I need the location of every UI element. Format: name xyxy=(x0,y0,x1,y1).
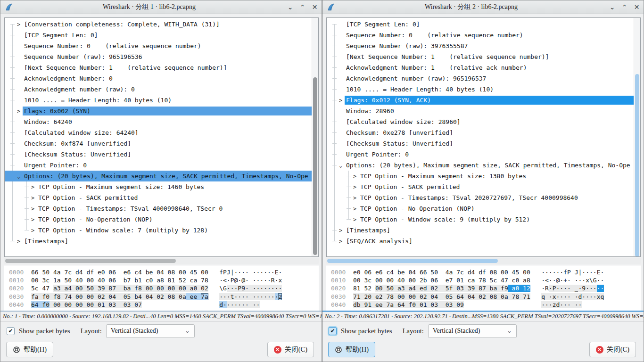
ascii-char[interactable]: · xyxy=(563,293,567,300)
ascii-char[interactable] xyxy=(571,293,575,300)
ascii-char[interactable]: · xyxy=(260,269,264,276)
ascii-char[interactable]: 9 xyxy=(582,285,586,292)
ascii-char[interactable]: P xyxy=(238,285,241,292)
expander-collapsed-icon[interactable]: > xyxy=(29,195,37,201)
hex-byte[interactable]: b1 xyxy=(134,277,142,284)
hex-byte[interactable]: 08 xyxy=(168,293,175,300)
ascii-char[interactable]: · xyxy=(549,285,553,292)
ascii-char[interactable]: · xyxy=(238,293,241,300)
hex-byte[interactable]: 04 xyxy=(157,269,164,276)
hex-byte[interactable]: 00 xyxy=(523,269,530,276)
tree-row[interactable]: Acknowledgment Number: 0 xyxy=(5,73,312,84)
hex-byte[interactable]: 45 xyxy=(512,269,520,276)
tree-row[interactable]: Checksum: 0xe278 [unverified] xyxy=(327,127,634,138)
expander-collapsed-icon[interactable]: > xyxy=(337,238,345,245)
hex-row[interactable]: 0030 fa f0 f8 74 00 00 02 04 05 b4 04 02… xyxy=(9,293,319,301)
ascii-char[interactable]: · xyxy=(560,277,563,284)
hex-byte[interactable]: a3 xyxy=(53,285,61,292)
hex-byte[interactable]: df xyxy=(86,269,94,276)
hex-byte[interactable]: 5c xyxy=(490,277,497,284)
ascii-char[interactable]: · xyxy=(560,269,563,276)
hex-byte[interactable]: 00 xyxy=(64,301,72,308)
tree-row[interactable]: Sequence Number: 0 (relative sequence nu… xyxy=(5,41,312,51)
ascii-char[interactable]: · xyxy=(241,293,245,300)
ascii-char[interactable]: · xyxy=(563,301,567,308)
scrollbar-thumb[interactable] xyxy=(5,259,176,263)
minimize-icon[interactable]: ⌄ xyxy=(608,0,616,14)
hex-byte[interactable]: ca xyxy=(468,277,475,284)
hex-byte[interactable]: ba xyxy=(490,285,497,292)
tree-row[interactable]: Sequence Number (raw): 965196536 xyxy=(5,51,312,62)
hex-byte[interactable]: f8 xyxy=(53,293,61,300)
ascii-char[interactable]: · xyxy=(582,269,586,276)
tree-row[interactable]: >TCP Option - Window scale: 9 (multiply … xyxy=(327,214,634,225)
tree-row[interactable]: [TCP Segment Len: 0] xyxy=(5,30,312,41)
hex-byte[interactable]: 7a xyxy=(201,293,208,300)
ascii-char[interactable] xyxy=(571,269,575,276)
hex-byte[interactable]: 04 xyxy=(408,269,416,276)
hex-byte[interactable]: 1a xyxy=(53,277,61,284)
hex-byte[interactable]: 02 xyxy=(420,293,427,300)
ascii-char[interactable]: · xyxy=(245,277,249,284)
ascii-char[interactable]: · xyxy=(260,277,264,284)
hex-row[interactable]: 0040 64 f0 00 00 00 00 01 03 03 07 d····… xyxy=(9,301,319,309)
hex-byte[interactable]: 00 xyxy=(397,293,405,300)
ascii-char[interactable]: · xyxy=(549,277,553,284)
ascii-char[interactable]: x xyxy=(278,277,282,284)
hex-byte[interactable]: c0 xyxy=(512,277,520,284)
hex-byte[interactable]: a4 xyxy=(408,285,416,292)
hex-byte[interactable]: 06 xyxy=(108,277,116,284)
hex-byte[interactable]: 00 xyxy=(179,285,186,292)
tree-row[interactable]: [Calculated window size: 64240] xyxy=(5,127,312,138)
ascii-char[interactable]: · xyxy=(267,269,271,276)
ascii-char[interactable]: · xyxy=(231,285,234,292)
ascii-char[interactable]: · xyxy=(238,301,241,308)
hex-byte[interactable]: ee xyxy=(375,301,383,308)
hex-byte[interactable]: 00 xyxy=(501,269,508,276)
hex-byte[interactable]: 02 xyxy=(157,293,164,300)
expander-expanded-icon[interactable]: ⌄ xyxy=(15,173,23,180)
expander-collapsed-icon[interactable]: > xyxy=(337,227,345,234)
scrollbar-thumb[interactable] xyxy=(635,74,639,257)
hex-byte[interactable]: 64 xyxy=(456,293,464,300)
hex-byte[interactable]: 01 xyxy=(420,301,427,308)
hex-byte[interactable]: 4a xyxy=(53,269,61,276)
ascii-char[interactable]: · xyxy=(227,301,231,308)
hex-byte[interactable]: 03 xyxy=(430,301,438,308)
tree-row[interactable]: >[Timestamps] xyxy=(327,225,634,236)
ascii-char[interactable]: · xyxy=(586,269,589,276)
hex-byte[interactable]: 7c xyxy=(456,269,464,276)
hex-byte[interactable]: 52 xyxy=(179,277,186,284)
ascii-char[interactable]: · xyxy=(560,301,563,308)
hex-byte[interactable]: e7 xyxy=(446,277,453,284)
hex-byte[interactable]: 3c xyxy=(364,277,372,284)
hex-byte[interactable]: d4 xyxy=(75,269,83,276)
packet-bytes-pane[interactable]: 0000 66 50 4a 7c d4 df e0 06 e6 c4 be 04… xyxy=(4,265,319,311)
tree-row[interactable]: >TCP Option - Timestamps: TSval 20207276… xyxy=(327,192,634,203)
hex-byte[interactable]: 74 xyxy=(64,293,72,300)
hex-byte[interactable]: e2 xyxy=(375,293,383,300)
ascii-char[interactable]: · xyxy=(231,301,234,308)
show-packet-bytes-checkbox[interactable]: ✔ xyxy=(329,327,337,335)
tree-row[interactable]: >TCP Option - Maximum segment size: 1460… xyxy=(5,181,312,192)
hex-row[interactable]: 0000 66 50 4a 7c d4 df e0 06 e6 c4 be 04… xyxy=(9,268,319,276)
ascii-char[interactable]: · xyxy=(238,277,241,284)
ascii-char[interactable] xyxy=(249,285,253,292)
ascii-char[interactable] xyxy=(249,277,253,284)
minimize-icon[interactable]: ⌄ xyxy=(286,0,294,14)
hex-byte[interactable]: 00 xyxy=(408,293,416,300)
ascii-char[interactable]: · xyxy=(600,269,604,276)
hex-byte[interactable]: 20 xyxy=(364,293,372,300)
tree-row[interactable]: >Flags: 0x002 (SYN) xyxy=(5,106,312,116)
ascii-char[interactable]: · xyxy=(567,277,571,284)
hex-byte[interactable]: 87 xyxy=(108,285,116,292)
tree-row[interactable]: Checksum: 0xf874 [unverified] xyxy=(5,138,312,149)
hex-byte[interactable]: 08 xyxy=(490,293,497,300)
hex-byte[interactable]: 00 xyxy=(168,285,175,292)
hex-byte[interactable]: 87 xyxy=(479,285,486,292)
tree-row[interactable]: >TCP Option - Window scale: 7 (multiply … xyxy=(5,225,312,236)
ascii-char[interactable]: · xyxy=(553,269,556,276)
hex-byte[interactable]: 40 xyxy=(397,277,405,284)
packet-detail-tree[interactable]: [TCP Segment Len: 0]Sequence Number: 0 (… xyxy=(326,17,641,257)
ascii-char[interactable]: < xyxy=(223,277,227,284)
